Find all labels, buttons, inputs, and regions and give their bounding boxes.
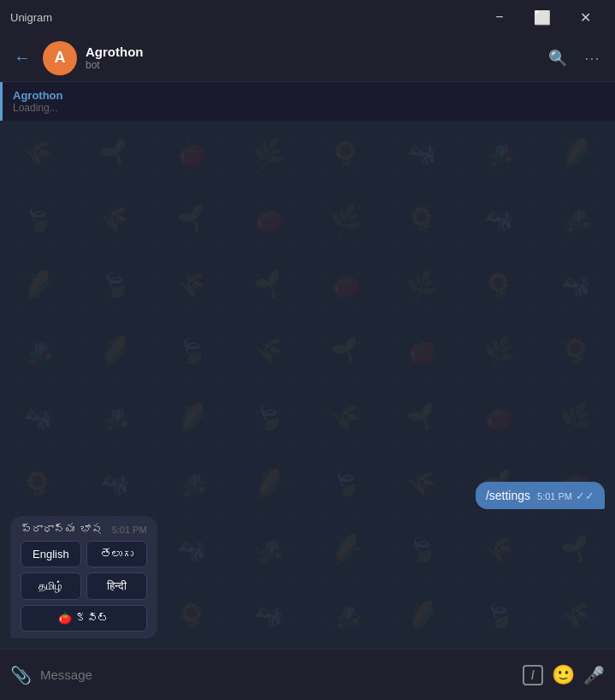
input-bar: 📎 / 🙂 🎤 <box>0 649 615 700</box>
search-button[interactable]: 🔍 <box>543 44 572 73</box>
lang-button-tamil[interactable]: தமிழ் <box>21 572 81 600</box>
command-icon: / <box>523 665 543 685</box>
incoming-message-header: ప్రాధాన్య భాష 5:01 PM <box>21 523 147 536</box>
title-bar: Unigram − ⬜ ✕ <box>0 0 615 34</box>
incoming-message-title: ప్రాధాన్య భాష <box>21 523 102 536</box>
language-buttons-grid: English తెలుగు தமிழ் हिन्दी 🍅 క్విట్ <box>21 541 147 632</box>
lang-button-quit[interactable]: 🍅 క్విట్ <box>21 605 147 632</box>
incoming-message: ప్రాధాన్య భాష 5:01 PM English తెలుగు தமி… <box>10 516 157 638</box>
outgoing-message-time: 5:01 PM <box>537 491 572 501</box>
lang-button-english[interactable]: English <box>21 541 81 567</box>
outgoing-message-text: /settings <box>486 489 530 502</box>
back-button[interactable]: ← <box>10 44 34 71</box>
chat-body: 🌾🌱🍅🌿🌻🐄🚜🌽🍃🌾🌱🍅🌿🌻🐄🚜🌽🍃🌾🌱🍅🌿🌻🐄🚜🌽🍃🌾🌱🍅🌿🌻🐄🚜🌽🍃🌾🌱🍅🌿… <box>0 121 615 649</box>
title-bar-left: Unigram <box>10 11 52 24</box>
app-title: Unigram <box>10 11 52 24</box>
more-button[interactable]: ⋯ <box>579 44 605 73</box>
chat-layout: ← A Agrothon bot 🔍 ⋯ Agrothon Loading...… <box>0 34 615 700</box>
avatar: A <box>43 41 77 75</box>
chat-name: Agrothon <box>86 44 535 59</box>
attach-button[interactable]: 📎 <box>10 665 32 685</box>
minimize-button[interactable]: − <box>480 4 519 30</box>
mic-icon: 🎤 <box>583 666 605 685</box>
chat-status: bot <box>86 59 535 71</box>
lang-button-hindi[interactable]: हिन्दी <box>86 572 147 600</box>
title-bar-controls: − ⬜ ✕ <box>480 4 605 30</box>
sidebar-preview[interactable]: Agrothon Loading... <box>0 82 615 121</box>
header-actions: 🔍 ⋯ <box>543 44 605 73</box>
messages-area: /settings 5:01 PM ✓✓ ప్రాధాన్య భాష 5:01 … <box>0 121 615 649</box>
sidebar-loading-text: Loading... <box>13 102 605 114</box>
sidebar-chat-name: Agrothon <box>13 89 605 102</box>
chat-header: ← A Agrothon bot 🔍 ⋯ <box>0 34 615 82</box>
outgoing-message-meta: 5:01 PM ✓✓ <box>537 489 594 502</box>
maximize-button[interactable]: ⬜ <box>523 4 562 30</box>
lang-button-telugu[interactable]: తెలుగు <box>86 541 147 567</box>
outgoing-message: /settings 5:01 PM ✓✓ <box>476 482 605 509</box>
incoming-message-time: 5:01 PM <box>112 525 147 535</box>
close-button[interactable]: ✕ <box>565 4 605 30</box>
double-check-icon: ✓✓ <box>576 489 594 502</box>
input-actions: / 🙂 🎤 <box>523 664 605 686</box>
chat-info: Agrothon bot <box>86 44 535 71</box>
message-input[interactable] <box>40 667 514 682</box>
sticker-button[interactable]: 🙂 <box>552 664 575 686</box>
sticker-icon: 🙂 <box>552 664 575 685</box>
mic-button[interactable]: 🎤 <box>583 665 605 685</box>
command-button[interactable]: / <box>523 665 543 685</box>
